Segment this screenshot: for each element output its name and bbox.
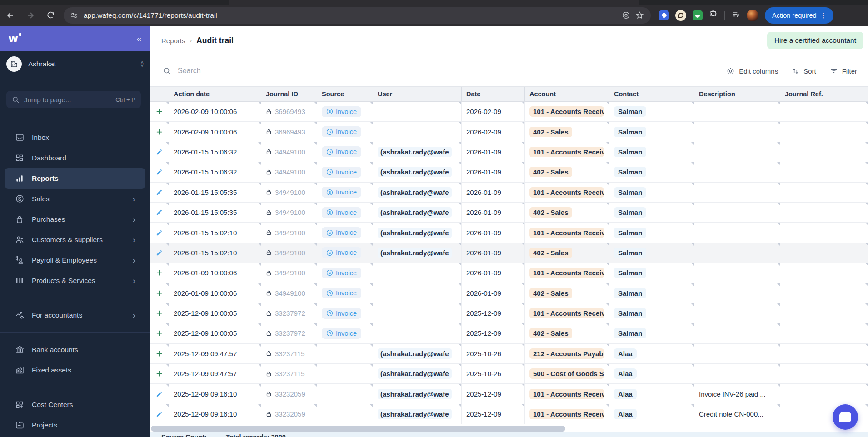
source-badge[interactable]: SInvoice bbox=[322, 187, 361, 198]
contact-badge[interactable]: Salman bbox=[614, 308, 646, 318]
sidebar-item-purchases[interactable]: Purchases › bbox=[5, 209, 145, 229]
horizontal-scrollbar-thumb[interactable] bbox=[151, 426, 565, 432]
reading-list-icon[interactable] bbox=[731, 10, 740, 21]
table-row[interactable]: 2026-02-09 10:00:06 36969493 SInvoice 20… bbox=[150, 122, 868, 142]
chat-launcher-button[interactable] bbox=[833, 404, 858, 430]
action-required-button[interactable]: Action required ⋮ bbox=[765, 7, 833, 24]
table-row[interactable]: 2025-12-09 10:00:05 33237972 SInvoice 20… bbox=[150, 303, 868, 323]
org-switcher[interactable]: Ashrakat ˄˅ bbox=[0, 51, 150, 77]
source-badge[interactable]: SInvoice bbox=[322, 227, 361, 238]
source-badge[interactable]: SInvoice bbox=[322, 328, 361, 339]
account-badge[interactable]: 101 - Accounts Receiv bbox=[529, 409, 604, 419]
contact-badge[interactable]: Salman bbox=[614, 328, 646, 338]
site-settings-icon[interactable] bbox=[70, 11, 78, 20]
account-badge[interactable]: 101 - Accounts Receiv bbox=[529, 147, 604, 157]
contact-badge[interactable]: Salman bbox=[614, 228, 646, 238]
search-input[interactable]: Search bbox=[163, 67, 201, 75]
table-row[interactable]: 2025-12-09 09:16:10 33232059 (ashrakat.r… bbox=[150, 384, 868, 404]
account-badge[interactable]: 402 - Sales bbox=[529, 167, 572, 177]
column-header-date[interactable]: Date bbox=[462, 87, 525, 101]
table-row[interactable]: 2026-01-15 15:06:32 34949100 SInvoice (a… bbox=[150, 142, 868, 162]
contact-badge[interactable]: Alaa bbox=[614, 348, 637, 359]
contact-badge[interactable]: Alaa bbox=[614, 409, 637, 419]
contact-badge[interactable]: Salman bbox=[614, 268, 646, 278]
contact-badge[interactable]: Salman bbox=[614, 248, 646, 258]
sidebar-item-cost-centers[interactable]: Cost Centers bbox=[5, 394, 145, 415]
source-badge[interactable]: SInvoice bbox=[322, 146, 361, 157]
column-header-contact[interactable]: Contact bbox=[609, 87, 694, 101]
table-row[interactable]: 2026-01-15 15:05:35 34949100 SInvoice (a… bbox=[150, 183, 868, 203]
column-header-user[interactable]: User bbox=[373, 87, 462, 101]
table-row[interactable]: 2026-01-15 15:05:35 34949100 SInvoice (a… bbox=[150, 203, 868, 223]
table-row[interactable]: 2026-02-09 10:00:06 36969493 SInvoice 20… bbox=[150, 102, 868, 122]
breadcrumb-parent[interactable]: Reports bbox=[161, 37, 185, 45]
sidebar-item-customers-suppliers[interactable]: Customers & suppliers › bbox=[5, 229, 145, 250]
account-badge[interactable]: 101 - Accounts Receiv bbox=[529, 389, 604, 399]
extensions-puzzle-icon[interactable] bbox=[709, 10, 718, 21]
table-row[interactable]: 2025-12-09 09:47:57 33237115 (ashrakat.r… bbox=[150, 344, 868, 364]
account-badge[interactable]: 402 - Sales bbox=[529, 248, 572, 258]
source-badge[interactable]: SInvoice bbox=[322, 106, 361, 117]
sidebar-collapse-button[interactable]: « bbox=[136, 34, 142, 43]
table-row[interactable]: 2026-01-15 15:02:10 34949100 SInvoice (a… bbox=[150, 243, 868, 263]
filter-button[interactable]: Filter bbox=[830, 67, 857, 75]
extension-green-icon[interactable] bbox=[693, 10, 703, 20]
sidebar-item-projects[interactable]: Projects bbox=[5, 415, 145, 435]
jump-to-page-input[interactable]: Jump to page... Ctrl + P bbox=[6, 91, 141, 108]
sort-button[interactable]: Sort bbox=[792, 67, 816, 75]
column-header-journal-ref[interactable]: Journal Ref. bbox=[780, 87, 868, 101]
edit-columns-button[interactable]: Edit columns bbox=[726, 67, 778, 75]
column-header-action-date[interactable]: Action date bbox=[169, 87, 261, 101]
browser-forward-button[interactable] bbox=[23, 8, 38, 23]
address-bar[interactable]: app.wafeq.com/c/141771/reports/audit-tra… bbox=[64, 7, 651, 24]
browser-preview-button[interactable] bbox=[619, 9, 633, 22]
contact-badge[interactable]: Salman bbox=[614, 147, 646, 157]
table-row[interactable]: 2025-12-09 09:16:10 33232059 (ashrakat.r… bbox=[150, 404, 868, 424]
hire-accountant-button[interactable]: Hire a certified accountant bbox=[767, 32, 863, 49]
contact-badge[interactable]: Salman bbox=[614, 288, 646, 298]
sidebar-item-for-accountants[interactable]: For accountants › bbox=[5, 305, 145, 325]
sidebar-item-dashboard[interactable]: Dashboard bbox=[5, 148, 145, 168]
contact-badge[interactable]: Salman bbox=[614, 187, 646, 198]
sidebar-item-fixed-assets[interactable]: Fixed assets bbox=[5, 360, 145, 380]
extension-blue-icon[interactable] bbox=[659, 10, 669, 20]
source-badge[interactable]: SInvoice bbox=[322, 268, 361, 278]
source-badge[interactable]: SInvoice bbox=[322, 207, 361, 218]
column-header-description[interactable]: Description bbox=[694, 87, 780, 101]
contact-badge[interactable]: Salman bbox=[614, 167, 646, 177]
contact-badge[interactable]: Alaa bbox=[614, 368, 637, 379]
source-badge[interactable]: SInvoice bbox=[322, 247, 361, 258]
column-header-journal-id[interactable]: Journal ID bbox=[261, 87, 317, 101]
sidebar-item-bank-accounts[interactable]: Bank accounts bbox=[5, 339, 145, 360]
table-row[interactable]: 2026-01-09 10:00:06 34949100 SInvoice 20… bbox=[150, 263, 868, 283]
source-badge[interactable]: SInvoice bbox=[322, 288, 361, 298]
account-badge[interactable]: 101 - Accounts Receiv bbox=[529, 106, 604, 117]
contact-badge[interactable]: Salman bbox=[614, 106, 646, 117]
column-header-source[interactable]: Source bbox=[317, 87, 373, 101]
extension-circle-icon[interactable] bbox=[675, 10, 686, 21]
column-header-account[interactable]: Account bbox=[525, 87, 609, 101]
sidebar-item-payroll-employees[interactable]: Payroll & Employees › bbox=[5, 250, 145, 270]
browser-reload-button[interactable] bbox=[43, 8, 58, 23]
account-badge[interactable]: 402 - Sales bbox=[529, 127, 572, 137]
source-badge[interactable]: SInvoice bbox=[322, 308, 361, 319]
column-header-action-icon[interactable] bbox=[150, 87, 169, 101]
url-text[interactable]: app.wafeq.com/c/141771/reports/audit-tra… bbox=[84, 11, 619, 20]
table-row[interactable]: 2025-12-09 09:47:57 33237115 (ashrakat.r… bbox=[150, 364, 868, 384]
sidebar-item-products-services[interactable]: Products & Services › bbox=[5, 270, 145, 291]
bookmark-button[interactable] bbox=[633, 9, 646, 22]
table-row[interactable]: 2026-01-15 15:06:32 34949100 SInvoice (a… bbox=[150, 162, 868, 182]
account-badge[interactable]: 212 - Accounts Payab bbox=[529, 348, 604, 359]
contact-badge[interactable]: Salman bbox=[614, 207, 646, 218]
chrome-menu-icon[interactable]: ⋮ bbox=[817, 12, 831, 19]
browser-back-button[interactable] bbox=[3, 8, 18, 23]
table-row[interactable]: 2026-01-09 10:00:06 34949100 SInvoice 20… bbox=[150, 283, 868, 303]
account-badge[interactable]: 402 - Sales bbox=[529, 288, 572, 298]
browser-active-tab[interactable] bbox=[229, 0, 639, 5]
wafeq-logo-icon[interactable]: w bbox=[8, 32, 18, 45]
account-badge[interactable]: 402 - Sales bbox=[529, 328, 572, 338]
contact-badge[interactable]: Salman bbox=[614, 127, 646, 137]
table-row[interactable]: 2026-01-15 15:02:10 34949100 SInvoice (a… bbox=[150, 223, 868, 243]
account-badge[interactable]: 101 - Accounts Receiv bbox=[529, 187, 604, 198]
table-row[interactable]: 2025-12-09 10:00:05 33237972 SInvoice 20… bbox=[150, 323, 868, 343]
